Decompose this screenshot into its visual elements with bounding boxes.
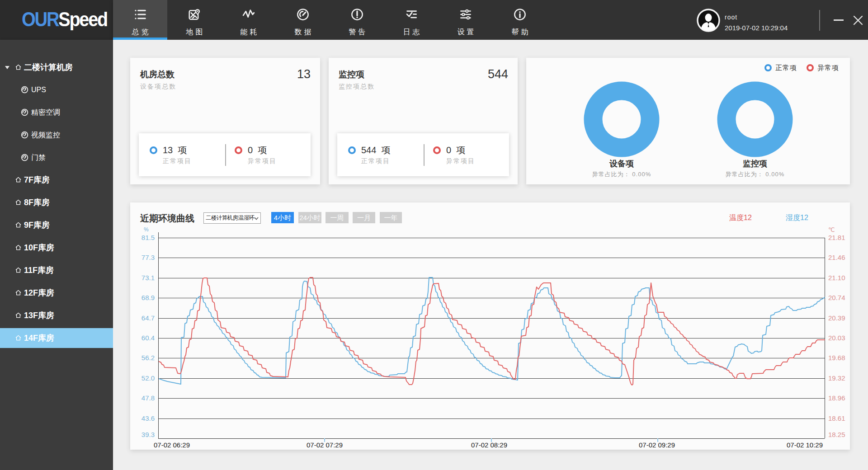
svg-text:%: %: [144, 226, 149, 233]
svg-text:73.1: 73.1: [142, 274, 155, 282]
svg-text:18.61: 18.61: [828, 414, 845, 422]
svg-text:52.0: 52.0: [142, 374, 155, 382]
svg-text:39.3: 39.3: [142, 431, 155, 438]
svg-text:43.6: 43.6: [142, 414, 155, 422]
svg-text:℃: ℃: [828, 226, 835, 233]
svg-text:07-02 06:29: 07-02 06:29: [154, 441, 190, 449]
svg-text:81.5: 81.5: [142, 234, 155, 241]
svg-text:20.03: 20.03: [828, 334, 845, 342]
svg-text:18.96: 18.96: [828, 394, 845, 402]
svg-text:77.3: 77.3: [142, 254, 155, 261]
svg-text:21.10: 21.10: [828, 274, 845, 282]
svg-text:19.32: 19.32: [828, 374, 845, 382]
svg-text:19.68: 19.68: [828, 354, 845, 362]
svg-text:20.74: 20.74: [828, 294, 845, 301]
svg-text:07-02 10:29: 07-02 10:29: [787, 441, 823, 449]
svg-text:21.81: 21.81: [828, 234, 845, 241]
svg-text:60.4: 60.4: [142, 334, 155, 342]
svg-text:47.8: 47.8: [142, 394, 155, 402]
svg-text:18.25: 18.25: [828, 431, 845, 438]
svg-text:21.46: 21.46: [828, 254, 845, 261]
svg-text:68.9: 68.9: [142, 294, 155, 301]
svg-text:56.2: 56.2: [142, 354, 155, 362]
svg-text:07-02 08:29: 07-02 08:29: [471, 441, 507, 449]
svg-text:64.7: 64.7: [142, 314, 155, 322]
svg-text:07-02 07:29: 07-02 07:29: [307, 441, 343, 449]
svg-text:20.39: 20.39: [828, 314, 845, 322]
svg-text:07-02 09:29: 07-02 09:29: [639, 441, 675, 449]
